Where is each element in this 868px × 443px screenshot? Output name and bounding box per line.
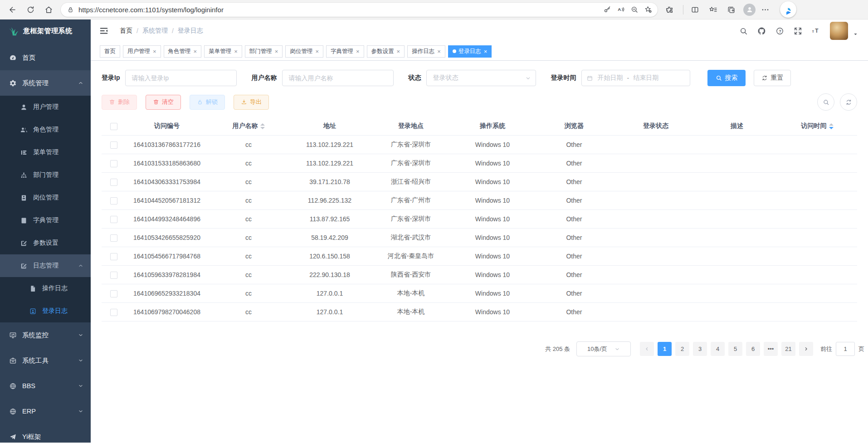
collections-icon[interactable] xyxy=(723,2,739,17)
sort-caret[interactable] xyxy=(260,123,265,129)
page-button-4[interactable]: 4 xyxy=(711,342,725,356)
url-text[interactable]: https://ccnetcore.com:1101/system/log/lo… xyxy=(78,6,600,14)
page-button-2[interactable]: 2 xyxy=(675,342,689,356)
tab-close-icon[interactable]: × xyxy=(275,48,278,55)
unlock-button[interactable]: 解锁 xyxy=(190,95,225,110)
row-checkbox[interactable] xyxy=(110,253,117,260)
column-header-访问时间[interactable]: 访问时间 xyxy=(777,117,857,136)
reset-button[interactable]: 重置 xyxy=(754,70,791,86)
show-search-toggle-button[interactable] xyxy=(817,93,834,111)
tab-close-icon[interactable]: × xyxy=(484,48,488,55)
previous-page-button[interactable] xyxy=(640,342,654,356)
delete-button[interactable]: 删除 xyxy=(102,95,137,110)
tab-操作日志[interactable]: 操作日志× xyxy=(407,45,445,58)
font-size-icon[interactable]: тT xyxy=(812,27,820,35)
sort-caret[interactable] xyxy=(829,123,834,129)
tab-部门管理[interactable]: 部门管理× xyxy=(245,45,283,58)
row-checkbox[interactable] xyxy=(110,272,117,279)
status-select[interactable]: 登录状态 xyxy=(426,70,536,86)
sidebar-item-tool[interactable]: 系统工具 xyxy=(0,348,91,373)
sidebar-item-role[interactable]: 角色管理 xyxy=(0,118,91,141)
zoom-out-icon[interactable] xyxy=(628,3,641,16)
sidebar-item-loginlog[interactable]: 登录日志 xyxy=(0,300,91,322)
tab-close-icon[interactable]: × xyxy=(153,48,156,55)
header-select-all[interactable] xyxy=(102,117,126,136)
sidebar-item-system[interactable]: 系统管理 xyxy=(0,70,91,96)
breadcrumb-system[interactable]: 系统管理 xyxy=(142,27,168,35)
table-row[interactable]: 1641031367863177216cc113.102.129.221广东省-… xyxy=(102,136,857,154)
breadcrumb-home[interactable]: 首页 xyxy=(120,27,132,35)
sidebar-fold-icon[interactable] xyxy=(99,26,109,36)
browser-profile-icon[interactable] xyxy=(743,4,756,16)
avatar-caret-down-icon[interactable] xyxy=(853,25,858,37)
header-search-icon[interactable] xyxy=(739,27,748,35)
sidebar-item-home[interactable]: 首页 xyxy=(0,45,91,70)
table-row[interactable]: 1641069652933218304cc127.0.0.1本地-本机Windo… xyxy=(102,284,857,303)
favorites-bar-icon[interactable] xyxy=(705,2,721,17)
tab-close-icon[interactable]: × xyxy=(194,48,197,55)
table-row[interactable]: 1641031533185863680cc113.102.129.221广东省-… xyxy=(102,154,857,173)
read-aloud-icon[interactable]: A xyxy=(614,3,628,16)
sidebar-item-dict[interactable]: 字典管理 xyxy=(0,209,91,232)
favorite-star-icon[interactable] xyxy=(641,3,655,16)
copilot-bing-icon[interactable] xyxy=(780,1,796,18)
sidebar-item-operlog[interactable]: 操作日志 xyxy=(0,277,91,300)
row-checkbox[interactable] xyxy=(110,197,117,204)
user-avatar[interactable] xyxy=(830,22,848,40)
sidebar-item-erp[interactable]: ERP xyxy=(0,399,91,424)
tab-岗位管理[interactable]: 岗位管理× xyxy=(285,45,323,58)
help-icon[interactable]: ? xyxy=(775,27,784,35)
tab-close-icon[interactable]: × xyxy=(397,48,400,55)
password-key-icon[interactable] xyxy=(600,3,614,16)
page-button-5[interactable]: 5 xyxy=(728,342,742,356)
table-row[interactable]: 1641053426655825920cc58.19.42.209湖北省-武汉市… xyxy=(102,229,857,247)
extensions-icon[interactable] xyxy=(661,2,677,17)
column-header-用户名称[interactable]: 用户名称 xyxy=(208,117,289,136)
tab-字典管理[interactable]: 字典管理× xyxy=(326,45,364,58)
page-button-21[interactable]: 21 xyxy=(781,342,795,356)
row-checkbox[interactable] xyxy=(110,234,117,242)
page-button-1[interactable]: 1 xyxy=(658,342,672,356)
refresh-table-button[interactable] xyxy=(840,93,857,111)
row-checkbox[interactable] xyxy=(110,216,117,223)
export-button[interactable]: 导出 xyxy=(234,95,269,110)
sidebar-item-log[interactable]: 日志管理 xyxy=(0,254,91,277)
search-button[interactable]: 搜索 xyxy=(707,70,746,86)
row-checkbox[interactable] xyxy=(110,141,117,149)
table-row[interactable]: 1641069798270046208cc127.0.0.1本地-本机Windo… xyxy=(102,303,857,321)
lock-icon[interactable] xyxy=(67,6,74,14)
row-checkbox[interactable] xyxy=(110,179,117,186)
browser-menu-dots-icon[interactable] xyxy=(757,2,773,17)
clear-button[interactable]: 清空 xyxy=(146,95,181,110)
sidebar-item-config[interactable]: 参数设置 xyxy=(0,232,91,254)
login-ip-input[interactable] xyxy=(125,70,237,86)
select-all-checkbox[interactable] xyxy=(110,123,117,130)
table-row[interactable]: 1641059633978281984cc222.90.130.18陕西省-西安… xyxy=(102,266,857,284)
login-time-range-input[interactable]: 开始日期 - 结束日期 xyxy=(581,70,690,86)
tab-用户管理[interactable]: 用户管理× xyxy=(123,45,161,58)
tab-close-icon[interactable]: × xyxy=(437,48,441,55)
sidebar-item-post[interactable]: 岗位管理 xyxy=(0,186,91,209)
app-logo[interactable]: 意框架管理系统 xyxy=(0,19,91,42)
sidebar-item-bbs[interactable]: BBS xyxy=(0,373,91,399)
browser-home-icon[interactable] xyxy=(41,2,56,17)
tab-close-icon[interactable]: × xyxy=(356,48,360,55)
address-bar[interactable]: https://ccnetcore.com:1101/system/log/lo… xyxy=(61,3,658,17)
table-row[interactable]: 1641044520567181312cc112.96.225.132广东省-广… xyxy=(102,191,857,210)
goto-page-input[interactable] xyxy=(836,342,855,356)
table-row[interactable]: 1641043063331753984cc39.171.210.78浙江省-绍兴… xyxy=(102,173,857,191)
tab-参数设置[interactable]: 参数设置× xyxy=(367,45,405,58)
next-page-button[interactable] xyxy=(799,342,813,356)
row-checkbox[interactable] xyxy=(110,160,117,167)
tab-角色管理[interactable]: 角色管理× xyxy=(164,45,202,58)
tab-close-icon[interactable]: × xyxy=(315,48,319,55)
page-size-select[interactable]: 10条/页 xyxy=(576,341,631,356)
more-pages-button[interactable]: ••• xyxy=(764,342,778,356)
table-row[interactable]: 1641054566717984768cc120.6.150.158河北省-秦皇… xyxy=(102,247,857,266)
user-name-input[interactable] xyxy=(282,70,394,86)
tab-登录日志[interactable]: 登录日志× xyxy=(448,45,492,58)
sidebar-item-dept[interactable]: 部门管理 xyxy=(0,164,91,186)
split-screen-icon[interactable] xyxy=(687,2,702,17)
fullscreen-icon[interactable] xyxy=(794,27,802,35)
tab-close-icon[interactable]: × xyxy=(234,48,238,55)
